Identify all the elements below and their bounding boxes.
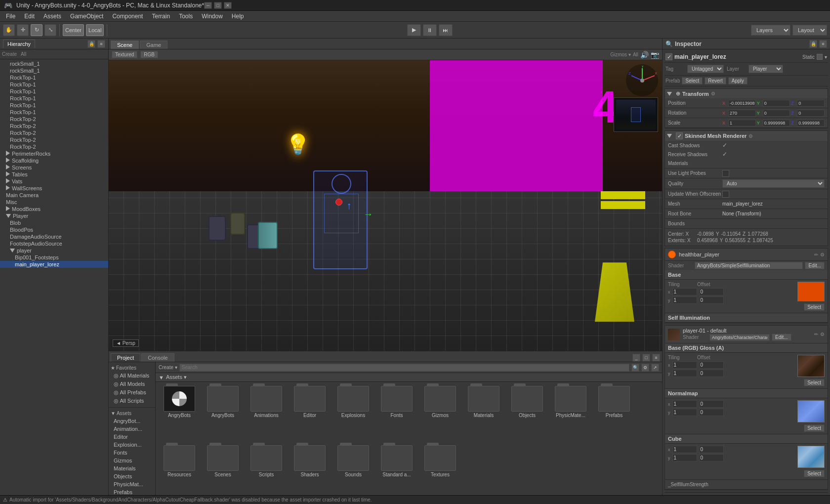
list-item[interactable]: RockTop-1 <box>0 81 108 88</box>
static-checkbox[interactable] <box>817 54 823 60</box>
folder-physicmate[interactable]: PhysicMate... <box>551 386 590 441</box>
audio-icon[interactable]: 🔊 <box>640 51 649 59</box>
tiling-y-input[interactable] <box>672 296 697 304</box>
scene-tab[interactable]: Scene <box>111 41 139 49</box>
edit-icon[interactable]: ✏ <box>814 252 818 257</box>
menu-gameobject[interactable]: GameObject <box>66 12 107 21</box>
hierarchy-player-item[interactable]: Player <box>0 212 108 219</box>
normal-offset-y[interactable] <box>699 409 724 416</box>
close-button[interactable]: ✕ <box>224 2 232 9</box>
offset-y-input[interactable] <box>699 296 724 304</box>
folder-sounds[interactable]: Sounds <box>333 445 373 501</box>
menu-window[interactable]: Window <box>198 12 227 21</box>
local-global-button[interactable]: Local <box>86 24 104 36</box>
layout-dropdown[interactable]: Layout <box>792 25 827 36</box>
char-texture-thumb[interactable] <box>797 355 825 377</box>
normal-tiling-y[interactable] <box>672 409 697 416</box>
menu-assets[interactable]: Assets <box>40 12 65 21</box>
list-item[interactable]: WallScreens <box>0 185 108 192</box>
normal-texture-thumb[interactable] <box>797 400 825 422</box>
player-edit-icon[interactable]: ✏ <box>814 332 818 337</box>
cube-select-button[interactable]: Select <box>804 470 825 477</box>
hand-tool-button[interactable]: ✋ <box>3 24 15 36</box>
layers-dropdown[interactable]: Layers <box>751 25 790 36</box>
folder-editor[interactable]: Editor <box>290 386 330 441</box>
offset-x-input[interactable] <box>699 288 724 295</box>
hierarchy-main-player-lorez[interactable]: main_player_lorez <box>0 261 108 268</box>
layer-dropdown[interactable]: Player <box>748 65 783 73</box>
step-button[interactable]: ⏭ <box>439 24 453 36</box>
proj-expand-btn[interactable]: ↗ <box>651 364 659 372</box>
list-item[interactable]: Tables <box>0 171 108 178</box>
all-models-item[interactable]: ◎ All Models <box>109 380 155 388</box>
list-item[interactable]: RockTop-1 <box>0 88 108 95</box>
assets-angrybots-item[interactable]: AngryBot... <box>109 417 155 425</box>
viewport-canvas[interactable]: 4 - 💡 <box>109 60 662 351</box>
project-search-input[interactable] <box>179 364 629 372</box>
list-item[interactable]: RockTop-2 <box>0 143 108 150</box>
list-item[interactable]: BloodPos <box>0 226 108 233</box>
hierarchy-menu-button[interactable]: ≡ <box>97 40 105 48</box>
all-prefabs-item[interactable]: ◎ All Prefabs <box>109 388 155 397</box>
folder-fonts[interactable]: Fonts <box>377 386 416 441</box>
cube-offset-y[interactable] <box>699 454 724 462</box>
folder-objects[interactable]: Objects <box>507 386 547 441</box>
object-active-checkbox[interactable]: ✓ <box>665 53 672 60</box>
persp-button[interactable]: ◄ Persp <box>113 339 139 347</box>
base-tiling-y[interactable] <box>672 370 697 377</box>
assets-fonts-item[interactable]: Fonts <box>109 449 155 457</box>
rotate-tool-button[interactable]: ↻ <box>31 24 42 36</box>
quality-dropdown[interactable]: Auto <box>722 179 825 188</box>
assets-editor-item[interactable]: Editor <box>109 433 155 441</box>
cube-tiling-y[interactable] <box>672 454 697 462</box>
hierarchy-tab[interactable]: Hierarchy <box>3 40 35 48</box>
pos-y-input[interactable] <box>763 100 790 107</box>
scale-x-input[interactable] <box>728 120 756 126</box>
create-button[interactable]: ★ Favorites <box>109 364 155 372</box>
folder-angrybots[interactable]: AngryBots <box>203 386 243 441</box>
folder-scenes[interactable]: Scenes <box>203 445 243 501</box>
menu-tools[interactable]: Tools <box>175 12 197 21</box>
normal-tiling-x[interactable] <box>672 400 697 408</box>
folder-scripts[interactable]: Scripts <box>247 445 286 501</box>
list-item[interactable]: rockSmall_1 <box>0 67 108 74</box>
folder-shaders[interactable]: Shaders <box>290 445 330 501</box>
cube-tiling-x[interactable] <box>672 446 697 453</box>
skinned-settings-icon[interactable]: ⚙ <box>748 133 753 139</box>
assets-materials-item[interactable]: Materials <box>109 464 155 472</box>
rgb-button[interactable]: RGB <box>140 51 158 58</box>
folder-animations[interactable]: Animations <box>247 386 286 441</box>
folder-prefabs[interactable]: Prefabs <box>594 386 634 441</box>
search-button[interactable]: 🔍 <box>631 364 639 372</box>
base-select-button[interactable]: Select <box>804 303 825 311</box>
assets-section-header[interactable]: ▼ Assets <box>109 410 155 417</box>
game-tab[interactable]: Game <box>140 41 167 49</box>
tiling-x-input[interactable] <box>672 288 697 295</box>
healthbar-shader-input[interactable] <box>695 262 803 269</box>
assets-explosion-item[interactable]: Explosion... <box>109 441 155 449</box>
static-dropdown-btn[interactable]: ▾ <box>825 54 827 60</box>
folder-standard[interactable]: Standard a... <box>377 445 416 501</box>
rot-z-input[interactable] <box>797 110 825 117</box>
base-color-swatch[interactable] <box>797 282 825 301</box>
hierarchy-lock-button[interactable]: 🔒 <box>87 40 95 48</box>
move-tool-button[interactable]: ✛ <box>17 24 29 36</box>
camera-icon[interactable]: 📷 <box>651 51 659 59</box>
rot-y-input[interactable] <box>763 110 790 117</box>
list-item[interactable]: rockSmall_1 <box>0 60 108 67</box>
list-item[interactable]: FootstepAudioSource <box>0 240 108 247</box>
assets-gizmos-item[interactable]: Gizmos <box>109 457 155 464</box>
char-tex-select-button[interactable]: Select <box>804 379 825 386</box>
list-item[interactable]: Blob <box>0 219 108 226</box>
transform-settings-icon[interactable]: ⚙ <box>711 91 715 96</box>
all-scripts-item[interactable]: ◎ All Scripts <box>109 397 155 405</box>
prefab-select-button[interactable]: Select <box>682 77 703 84</box>
menu-edit[interactable]: Edit <box>20 12 39 21</box>
player-shader-input[interactable] <box>709 334 770 341</box>
list-item[interactable]: RockTop-1 <box>0 102 108 109</box>
list-item[interactable]: Misc <box>0 199 108 206</box>
list-item[interactable]: Screens <box>0 164 108 171</box>
console-tab[interactable]: Console <box>141 353 174 362</box>
maximize-button[interactable]: □ <box>214 2 222 9</box>
settings-icon2[interactable]: ⚙ <box>820 252 825 257</box>
